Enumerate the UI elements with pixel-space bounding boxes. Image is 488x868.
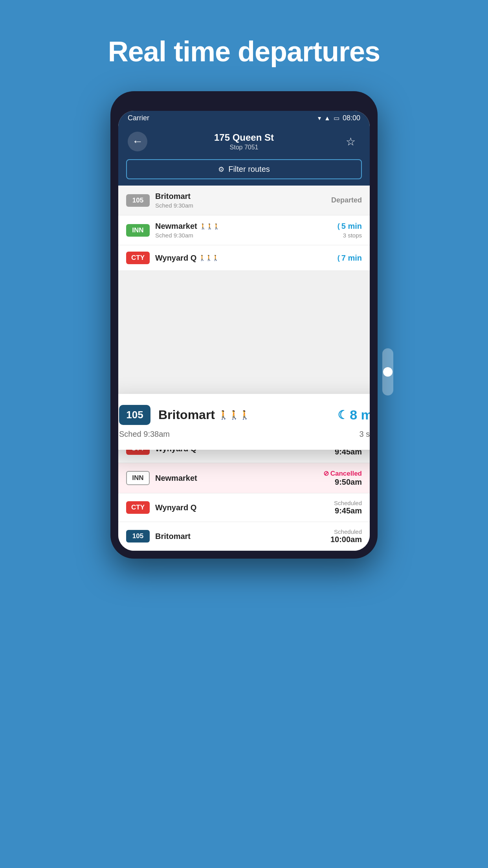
time-label: 08:00 <box>343 114 360 122</box>
table-row[interactable]: CTY Wynyard Q 🚶🚶🚶 7 min <box>118 245 370 271</box>
tooltip-left: 105 Britomart 🚶🚶🚶 <box>119 405 250 425</box>
back-button[interactable]: ← <box>128 132 147 151</box>
tooltip-badge: 105 <box>119 405 150 425</box>
phone-screen: Carrier ▾ ▲ ▭ 08:00 ← 175 Queen St Stop … <box>118 111 370 551</box>
live-time: 7 min <box>338 254 362 263</box>
occupancy-icons: 🚶🚶🚶 <box>200 223 220 230</box>
tooltip-time: ☾ 8 min <box>338 407 370 423</box>
tooltip-name: Britomart 🚶🚶🚶 <box>158 408 250 422</box>
departure-info: Newmarket 🚶🚶🚶 Sched 9:30am <box>155 222 220 239</box>
route-badge: 105 <box>126 530 150 542</box>
route-badge: INN <box>126 471 150 485</box>
table-row[interactable]: CTY Wynyard Q Scheduled 9:45am <box>118 493 370 522</box>
destination-name: Wynyard Q 🚶🚶🚶 <box>155 254 219 263</box>
tooltip-card: 105 Britomart 🚶🚶🚶 ☾ 8 min Sched 9:38am 3… <box>118 394 370 450</box>
scheduled-time: Sched 9:30am <box>155 202 193 209</box>
battery-icon: ▭ <box>334 114 339 122</box>
departure-right: Departed <box>331 196 362 204</box>
tooltip-top: 105 Britomart 🚶🚶🚶 ☾ 8 min <box>119 405 370 425</box>
destination-name: Newmarket 🚶🚶🚶 <box>155 222 220 231</box>
departure-left: INN Newmarket <box>126 471 197 485</box>
destination-name: Britomart <box>155 532 191 541</box>
departures-list: 105 Britomart Sched 9:30am Departed INN <box>118 186 370 271</box>
filter-label: Filter routes <box>228 165 270 174</box>
filter-icon: ⚙ <box>218 165 224 174</box>
tooltip-occupancy: 🚶🚶🚶 <box>218 410 250 420</box>
scheduled-label: Scheduled <box>334 500 362 506</box>
app-header: ← 175 Queen St Stop 7051 ☆ <box>118 125 370 159</box>
back-icon: ← <box>132 135 143 148</box>
live-time: 5 min <box>338 222 362 231</box>
departure-info: Britomart Sched 9:30am <box>155 192 193 209</box>
status-bar: Carrier ▾ ▲ ▭ 08:00 <box>118 111 370 125</box>
wifi-icon: ▾ <box>318 114 321 122</box>
departure-right: 7 min <box>338 254 362 263</box>
departure-right: Scheduled 9:45am <box>334 500 362 515</box>
tooltip-stops: 3 stops <box>360 430 370 439</box>
departure-info: Wynyard Q <box>155 503 196 512</box>
tooltip-bottom: Sched 9:38am 3 stops <box>119 430 370 439</box>
scroll-indicator <box>382 348 393 395</box>
departure-right: ⊘ Cancelled 9:50am <box>323 469 362 487</box>
scheduled-time-value: 9:45am <box>334 506 362 515</box>
destination-name: Newmarket <box>155 474 197 483</box>
scroll-dot <box>383 367 393 377</box>
departure-right: 5 min 3 stops <box>338 222 362 239</box>
filter-bar: ⚙ Filter routes <box>118 159 370 186</box>
departure-info: Britomart <box>155 532 191 541</box>
departure-left: INN Newmarket 🚶🚶🚶 Sched 9:30am <box>126 222 220 239</box>
table-row[interactable]: INN Newmarket 🚶🚶🚶 Sched 9:30am 5 min 3 s… <box>118 215 370 245</box>
page-title: Real time departures <box>108 35 380 68</box>
stops-count: 3 stops <box>338 232 362 239</box>
route-badge: CTY <box>126 501 150 514</box>
route-badge: INN <box>126 224 150 237</box>
status-departed: Departed <box>331 196 362 204</box>
cancelled-label: ⊘ Cancelled <box>323 469 362 478</box>
departure-info: Newmarket <box>155 474 197 483</box>
phone-shell: Carrier ▾ ▲ ▭ 08:00 ← 175 Queen St Stop … <box>110 91 378 559</box>
destination-name: Britomart <box>155 192 193 201</box>
status-right: ▾ ▲ ▭ 08:00 <box>318 114 360 122</box>
route-badge: 105 <box>126 194 150 207</box>
tooltip-sched: Sched 9:38am <box>119 430 170 439</box>
stop-name: 175 Queen St <box>214 132 274 143</box>
live-wave-icon: ☾ <box>338 408 348 422</box>
scheduled-time: Sched 9:30am <box>155 232 220 239</box>
table-row[interactable]: 105 Britomart Sched 9:30am Departed <box>118 186 370 215</box>
star-icon: ☆ <box>346 135 356 148</box>
departure-left: 105 Britomart <box>126 530 191 542</box>
scheduled-time-value: 10:00am <box>330 535 362 544</box>
table-row[interactable]: INN Newmarket ⊘ Cancelled 9:50am <box>118 463 370 493</box>
scheduled-label: Scheduled <box>330 528 362 535</box>
occupancy-icons: 🚶🚶🚶 <box>199 255 219 261</box>
stop-id: Stop 7051 <box>214 144 274 151</box>
signal-icon: ▲ <box>324 115 330 122</box>
cancelled-time-value: 9:50am <box>323 478 362 487</box>
favorite-button[interactable]: ☆ <box>341 132 360 151</box>
departure-info: Wynyard Q 🚶🚶🚶 <box>155 254 219 263</box>
phone-notch <box>209 99 279 108</box>
table-row[interactable]: 105 Britomart Scheduled 10:00am <box>118 522 370 551</box>
destination-name: Wynyard Q <box>155 503 196 512</box>
carrier-label: Carrier <box>128 114 149 122</box>
filter-routes-button[interactable]: ⚙ Filter routes <box>126 159 362 179</box>
cancel-icon: ⊘ <box>323 469 329 478</box>
departure-left: 105 Britomart Sched 9:30am <box>126 192 193 209</box>
route-badge: CTY <box>126 252 150 264</box>
header-title-group: 175 Queen St Stop 7051 <box>214 132 274 151</box>
departure-right: Scheduled 10:00am <box>330 528 362 544</box>
departure-left: CTY Wynyard Q <box>126 501 196 514</box>
departure-left: CTY Wynyard Q 🚶🚶🚶 <box>126 252 219 264</box>
